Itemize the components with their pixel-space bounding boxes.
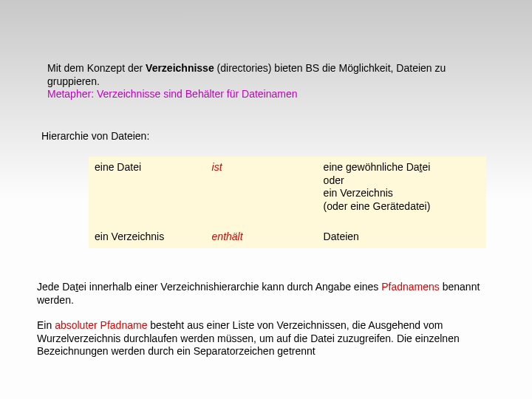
table: eine Datei ist eine gewöhnliche Datei od…: [89, 157, 486, 248]
cell-subject: eine Datei: [89, 157, 206, 217]
path-paragraph: Jede Datei innerhalb einer Verzeichnishi…: [37, 281, 495, 307]
text: Hierarchie von Dateien:: [41, 130, 149, 142]
text: ei: [422, 161, 430, 173]
text: oder: [324, 174, 344, 186]
slide: Mit dem Konzept der Verzeichnisse (direc…: [0, 0, 532, 399]
text: Ein: [37, 319, 55, 331]
table-row: ein Verzeichnis enthält Dateien: [89, 217, 486, 248]
cell-verb: ist: [206, 157, 318, 217]
cell-definition: eine gewöhnliche Datei oder ein Verzeich…: [318, 157, 486, 217]
metaphor-line: Metapher: Verzeichnisse sind Behälter fü…: [47, 88, 298, 100]
hierarchy-title: Hierarchie von Dateien:: [41, 130, 492, 143]
text: (oder eine Gerätedatei): [324, 200, 431, 212]
term-directories: Verzeichnisse: [146, 62, 214, 74]
text: Jede: [37, 281, 62, 293]
text: Mit dem Konzept der: [47, 62, 146, 74]
absolute-path-paragraph: Ein absoluter Pfadname besteht aus einer…: [37, 319, 495, 358]
term-pathname: Pfadnamens: [381, 281, 440, 293]
text: Da: [62, 281, 75, 293]
definition-table: eine Datei ist eine gewöhnliche Datei od…: [89, 157, 486, 248]
text: eine gewöhnliche Da: [324, 161, 420, 173]
cell-subject: ein Verzeichnis: [89, 217, 206, 248]
cell-verb: enthält: [206, 217, 318, 248]
text: innerhalb einer Verzeichnishierarchie ka…: [86, 281, 381, 293]
text: ei: [78, 281, 86, 293]
intro-paragraph: Mit dem Konzept der Verzeichnisse (direc…: [47, 62, 491, 101]
term-absolute-pathname: absoluter Pfadname: [55, 319, 147, 331]
text: ein Verzeichnis: [324, 187, 393, 199]
table-row: eine Datei ist eine gewöhnliche Datei od…: [89, 157, 486, 217]
cell-definition: Dateien: [318, 217, 486, 248]
